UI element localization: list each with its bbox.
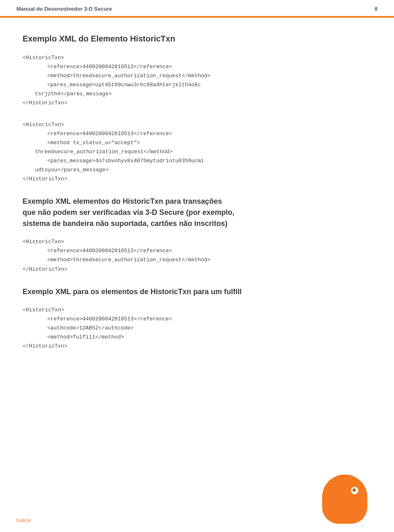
code-line: <method>threedsecure_authorization_reque…	[23, 71, 371, 81]
code-line: <method tx_status_u=“accept”>	[23, 138, 371, 147]
main-content: Exemplo XML do Elemento HistoricTxn <His…	[0, 18, 394, 388]
code-block-1a: <HistoricTxn> <reference>440020004281051…	[23, 53, 371, 108]
section3-heading: Exemplo XML para os elementos de Histori…	[23, 286, 371, 297]
code-line: threedsecure_authorization_request</meth…	[23, 147, 371, 157]
section1-heading: Exemplo XML do Elemento HistoricTxn	[23, 34, 371, 44]
section2-heading: Exemplo XML elementos do HistoricTxn par…	[23, 196, 371, 229]
code-line: <HistoricTxn>	[23, 237, 371, 246]
mascot-eye-pupil	[353, 488, 356, 492]
code-line: <authcode>12AB52</authcode>	[23, 324, 371, 333]
code-line: udtoyuu</pares_message>	[23, 166, 371, 175]
code-line: <reference>4400200042810513</reference>	[23, 246, 371, 256]
page-header: Manual do Desenvolvedor 3-D Secure 8	[0, 0, 394, 12]
code-block-1b: <HistoricTxn> <reference>440020004281051…	[23, 120, 371, 184]
mascot-body	[322, 474, 367, 524]
mascot-decoration	[320, 474, 369, 532]
code-line: tsrjzth4</pares_message>	[23, 90, 371, 99]
code-line: <HistoricTxn>	[23, 306, 371, 315]
code-line: <reference>4400200042810513</reference>	[23, 315, 371, 324]
code-line: <reference>4400200042810513</reference>	[23, 62, 371, 71]
code-line: <pares_message>4o7sbvohyv8s4075mytudriot…	[23, 157, 371, 166]
code-line: </HistoricTxn>	[23, 342, 371, 351]
code-line: </HistoricTxn>	[23, 99, 371, 108]
code-line: </HistoricTxn>	[23, 175, 371, 184]
code-line: <pares_message>uyt45t89cnwu3rhc98a4hterj…	[23, 81, 371, 90]
code-block-2: <HistoricTxn> <reference>440020004281051…	[23, 237, 371, 274]
index-link[interactable]: Índice	[16, 517, 31, 523]
code-line: <HistoricTxn>	[23, 53, 371, 62]
code-line: <method>fulfill</method>	[23, 333, 371, 342]
page-number: 8	[375, 6, 378, 12]
code-line: <method>threedsecure_authorization_reque…	[23, 256, 371, 265]
footer: Índice	[16, 516, 31, 524]
code-line: </HistoricTxn>	[23, 265, 371, 274]
code-block-3: <HistoricTxn> <reference>440020004281051…	[23, 306, 371, 351]
code-line: <reference>4400200042810513</reference>	[23, 129, 371, 138]
document-title: Manual do Desenvolvedor 3-D Secure	[16, 6, 112, 12]
code-line: <HistoricTxn>	[23, 120, 371, 129]
mascot-eye	[351, 487, 358, 494]
